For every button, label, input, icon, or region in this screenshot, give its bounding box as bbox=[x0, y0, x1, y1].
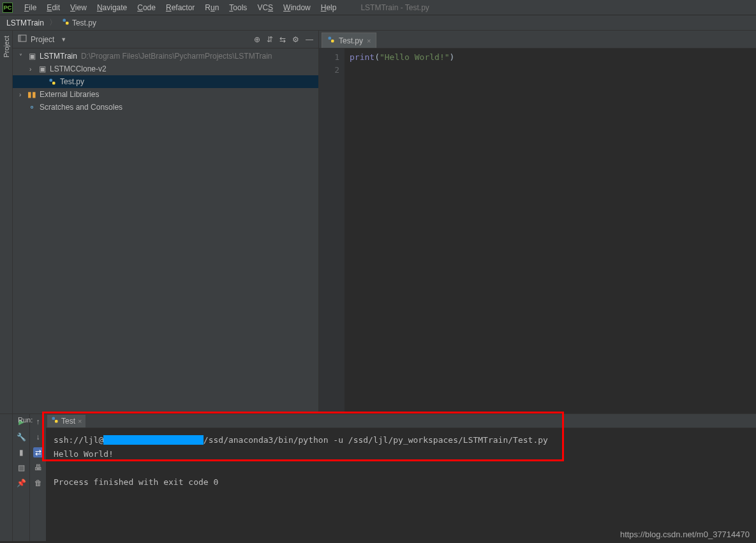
run-left-strip bbox=[0, 414, 13, 541]
trash-icon[interactable]: 🗑 bbox=[33, 478, 43, 488]
folder-icon: ▣ bbox=[27, 52, 37, 61]
menu-run[interactable]: Run bbox=[200, 3, 224, 12]
code-token-string: "Hello World!" bbox=[380, 52, 450, 62]
menu-navigate[interactable]: Navigate bbox=[92, 3, 132, 12]
tree-folder[interactable]: › ▣ LSTMCClone-v2 bbox=[13, 63, 318, 75]
python-icon bbox=[62, 18, 70, 27]
menu-file[interactable]: File bbox=[19, 3, 41, 12]
collapse-all-icon[interactable]: ⇵ bbox=[267, 35, 273, 44]
chevron-right-icon: › bbox=[19, 91, 27, 98]
scratches-icon: ⚬ bbox=[27, 103, 37, 112]
code-token-paren: ( bbox=[374, 52, 380, 62]
gear-icon[interactable]: ⚙ bbox=[292, 35, 299, 44]
run-content: Run: Test × ssh://ljl@xxxxxxxxxxxxxxxxxx… bbox=[46, 414, 756, 541]
console-text: /ssd/anaconda3/bin/python -u /ssd/ljl/py… bbox=[204, 435, 548, 445]
svg-rect-5 bbox=[52, 82, 56, 85]
window-title: LSTMTrain - Test.py bbox=[360, 3, 429, 12]
console-line: Hello World! bbox=[54, 447, 748, 461]
menu-edit[interactable]: Edit bbox=[41, 3, 65, 12]
menu-vcs[interactable]: VCS bbox=[252, 3, 278, 12]
chevron-down-icon: ▼ bbox=[61, 36, 66, 43]
tree-scratches[interactable]: ⚬ Scratches and Consoles bbox=[13, 101, 318, 114]
breadcrumb: LSTMTrain 〉 Test.py bbox=[0, 15, 756, 31]
svg-rect-7 bbox=[331, 40, 334, 43]
run-toolbar-2: ↑ ↓ ⇄ 🖶 🗑 bbox=[29, 414, 46, 541]
expand-icon[interactable]: ⇆ bbox=[279, 35, 286, 44]
svg-rect-9 bbox=[55, 420, 58, 423]
svg-rect-8 bbox=[52, 417, 56, 420]
editor-tab[interactable]: Test.py × bbox=[322, 33, 376, 48]
tree-root-path: D:\Program Files\JetBrains\PycharmProjec… bbox=[81, 52, 272, 61]
menu-bar: PC File Edit View Navigate Code Refactor… bbox=[0, 0, 756, 15]
menu-window[interactable]: Window bbox=[278, 3, 316, 12]
console-line: Process finished with exit code 0 bbox=[54, 475, 748, 489]
menu-help[interactable]: Help bbox=[316, 3, 342, 12]
tree-root-label: LSTMTrain bbox=[40, 52, 77, 61]
hide-icon[interactable]: — bbox=[306, 35, 313, 44]
console-output[interactable]: ssh://ljl@xxxxxxxxxxxxxxxxxxxx/ssd/anaco… bbox=[46, 428, 756, 541]
svg-rect-4 bbox=[50, 79, 53, 82]
code-content[interactable]: print("Hello World!") bbox=[345, 48, 756, 413]
tree-external-libs[interactable]: › ▮▮ External Libraries bbox=[13, 88, 318, 101]
stop-icon[interactable]: ▮ bbox=[16, 447, 26, 457]
pin-icon[interactable]: 📌 bbox=[16, 478, 26, 488]
run-panel-label: Run: bbox=[13, 416, 38, 424]
tree-root[interactable]: ˅ ▣ LSTMTrain D:\Program Files\JetBrains… bbox=[13, 50, 318, 63]
menu-view[interactable]: View bbox=[65, 3, 92, 12]
print-icon[interactable]: 🖶 bbox=[33, 463, 43, 473]
line-gutter: 1 2 bbox=[319, 48, 345, 413]
main-area: Project Project ▼ ⊕ ⇵ ⇆ ⚙ — ˅ ▣ LS bbox=[0, 31, 756, 413]
editor-tab-label: Test.py bbox=[339, 36, 363, 45]
run-toolbar: ▶ 🔧 ▮ ▤ 📌 bbox=[13, 414, 29, 541]
tree-file-label: Test.py bbox=[60, 77, 84, 86]
breadcrumb-separator: 〉 bbox=[49, 17, 57, 28]
tree-folder-label: LSTMCClone-v2 bbox=[50, 64, 107, 73]
chevron-down-icon: ˅ bbox=[19, 53, 27, 60]
left-tool-strip: Project bbox=[0, 31, 13, 413]
menu-tools[interactable]: Tools bbox=[224, 3, 252, 12]
console-redacted: xxxxxxxxxxxxxxxxxxxx bbox=[103, 435, 204, 445]
close-icon[interactable]: × bbox=[78, 417, 82, 425]
down-arrow-icon[interactable]: ↓ bbox=[33, 432, 43, 442]
editor-body[interactable]: 1 2 print("Hello World!") bbox=[319, 48, 756, 413]
run-tab[interactable]: Test × bbox=[47, 415, 85, 428]
soft-wrap-icon[interactable]: ⇄ bbox=[33, 447, 43, 457]
sidebar-project-label[interactable]: Project bbox=[1, 31, 11, 63]
editor-area: Test.py × 1 2 print("Hello World!") bbox=[319, 31, 756, 413]
close-icon[interactable]: × bbox=[367, 37, 371, 45]
code-token-paren: ) bbox=[450, 52, 455, 62]
run-tabs: Test × bbox=[46, 414, 756, 428]
locate-icon[interactable]: ⊕ bbox=[254, 35, 260, 44]
menu-code[interactable]: Code bbox=[132, 3, 161, 12]
svg-rect-0 bbox=[63, 19, 66, 22]
wrench-icon[interactable]: 🔧 bbox=[16, 432, 26, 442]
svg-rect-1 bbox=[66, 22, 69, 25]
console-text: ssh://ljl@ bbox=[54, 435, 103, 445]
project-panel-title[interactable]: Project ▼ bbox=[18, 34, 254, 45]
run-panel: ▶ 🔧 ▮ ▤ 📌 ↑ ↓ ⇄ 🖶 🗑 Run: Test × ssh://lj… bbox=[0, 413, 756, 541]
editor-tabs: Test.py × bbox=[319, 31, 756, 48]
python-icon bbox=[51, 416, 59, 426]
breadcrumb-root[interactable]: LSTMTrain bbox=[6, 19, 44, 27]
watermark: https://blog.csdn.net/m0_37714470 bbox=[620, 530, 750, 539]
breadcrumb-root-label: LSTMTrain bbox=[6, 19, 44, 27]
project-tree: ˅ ▣ LSTMTrain D:\Program Files\JetBrains… bbox=[13, 48, 318, 413]
project-view-icon bbox=[18, 34, 27, 45]
project-panel-title-text: Project bbox=[31, 35, 54, 44]
console-line: ssh://ljl@xxxxxxxxxxxxxxxxxxxx/ssd/anaco… bbox=[54, 433, 748, 447]
line-number: 1 bbox=[319, 51, 339, 64]
folder-icon: ▣ bbox=[37, 64, 47, 73]
tree-file-selected[interactable]: Test.py bbox=[13, 75, 318, 88]
layout-icon[interactable]: ▤ bbox=[16, 463, 26, 473]
app-icon: PC bbox=[3, 3, 13, 13]
menu-refactor[interactable]: Refactor bbox=[161, 3, 200, 12]
project-panel-tools: ⊕ ⇵ ⇆ ⚙ — bbox=[254, 35, 313, 44]
project-panel-header: Project ▼ ⊕ ⇵ ⇆ ⚙ — bbox=[13, 31, 318, 48]
code-token-fn: print bbox=[350, 52, 374, 62]
breadcrumb-file[interactable]: Test.py bbox=[62, 18, 96, 27]
svg-rect-3 bbox=[19, 35, 21, 41]
project-panel: Project ▼ ⊕ ⇵ ⇆ ⚙ — ˅ ▣ LSTMTrain D:\Pro… bbox=[13, 31, 319, 413]
line-number: 2 bbox=[319, 64, 339, 77]
chevron-right-icon: › bbox=[29, 66, 37, 73]
svg-rect-6 bbox=[329, 37, 332, 40]
